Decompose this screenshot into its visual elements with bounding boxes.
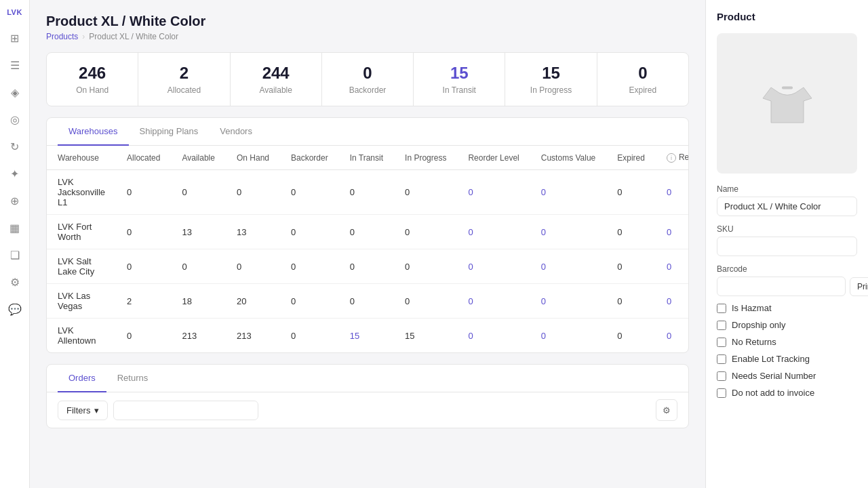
stat-on-hand: 246 On Hand	[47, 53, 138, 106]
warehouse-name: LVK Salt Lake City	[47, 249, 116, 284]
warehouse-reorder: 0	[457, 215, 530, 249]
table-row: LVK Las Vegas 2 18 20 0 0 0 0 0 0 0	[47, 284, 689, 319]
warehouse-backorder: 0	[280, 249, 339, 284]
warehouse-available: 213	[171, 319, 225, 353]
warehouse-expired: 0	[606, 249, 656, 284]
barcode-label: Barcode	[717, 264, 857, 274]
warehouse-reserve: 0	[656, 170, 689, 215]
checkbox-enable-lot-tracking[interactable]	[717, 354, 726, 364]
tab-returns[interactable]: Returns	[106, 365, 159, 392]
warehouse-on-hand: 20	[226, 284, 280, 319]
stat-allocated-value: 2	[149, 64, 218, 83]
grid-icon[interactable]: ⊞	[4, 27, 26, 49]
print-button[interactable]: Print	[850, 277, 868, 296]
tab-vendors[interactable]: Vendors	[209, 118, 263, 146]
chat-icon[interactable]: 💬	[4, 298, 26, 320]
table-row: LVK Allentown 0 213 213 0 15 15 0 0 0 0	[47, 319, 689, 353]
barcode-row: Print 🖨	[717, 277, 857, 296]
warehouse-name: LVK Las Vegas	[47, 284, 116, 319]
circle-icon[interactable]: ◎	[4, 108, 26, 130]
sku-label: SKU	[717, 224, 857, 234]
stat-in-progress: 15 In Progress	[505, 53, 597, 106]
list-icon[interactable]: ☰	[4, 54, 26, 76]
warehouse-customs: 0	[530, 170, 606, 215]
sku-input[interactable]	[717, 237, 857, 256]
main-content: Product XL / White Color Products › Prod…	[30, 0, 705, 488]
warehouse-expired: 0	[606, 215, 656, 249]
warehouse-expired: 0	[606, 170, 656, 215]
warehouse-backorder: 0	[280, 215, 339, 249]
stat-in-transit-value: 15	[425, 64, 494, 83]
table-icon[interactable]: ▦	[4, 217, 26, 239]
checkbox-label: No Returns	[732, 337, 776, 347]
stat-in-progress-label: In Progress	[516, 85, 585, 95]
checkbox-row: Is Hazmat	[717, 303, 857, 313]
page-title: Product XL / White Color	[46, 14, 689, 29]
svg-rect-0	[782, 86, 793, 89]
warehouse-on-hand: 0	[226, 170, 280, 215]
page-header: Product XL / White Color Products › Prod…	[46, 14, 689, 41]
search-wrapper: 🔍	[113, 401, 650, 420]
table-row: LVK Jacksonville L1 0 0 0 0 0 0 0 0 0 0	[47, 170, 689, 215]
stat-backorder-label: Backorder	[333, 85, 402, 95]
name-input[interactable]	[717, 197, 857, 216]
warehouse-customs: 0	[530, 284, 606, 319]
stat-allocated-label: Allocated	[149, 85, 218, 95]
warehouse-backorder: 0	[280, 170, 339, 215]
checkbox-is-hazmat[interactable]	[717, 304, 726, 313]
breadcrumb-products[interactable]: Products	[46, 32, 78, 41]
stat-backorder: 0 Backorder	[322, 53, 414, 106]
warehouse-in-progress: 0	[394, 170, 457, 215]
tag-icon[interactable]: ◈	[4, 81, 26, 103]
warehouse-available: 0	[171, 249, 225, 284]
star-icon[interactable]: ✦	[4, 163, 26, 184]
col-on-hand: On Hand	[226, 146, 280, 170]
tab-orders[interactable]: Orders	[58, 365, 106, 392]
warehouse-on-hand: 213	[226, 319, 280, 353]
stat-available-value: 244	[241, 64, 311, 83]
checkbox-label: Dropship only	[732, 320, 786, 330]
col-available: Available	[171, 146, 225, 170]
warehouse-in-progress: 0	[394, 284, 457, 319]
warehouses-tabs-header: Warehouses Shipping Plans Vendors	[47, 118, 688, 146]
col-warehouse: Warehouse	[47, 146, 116, 170]
checkbox-label: Is Hazmat	[732, 303, 772, 313]
warehouse-in-progress: 0	[394, 215, 457, 249]
orders-tabs-header: Orders Returns	[47, 365, 688, 392]
filters-row: Filters ▾ 🔍 ⚙	[47, 392, 688, 428]
orders-settings-button[interactable]: ⚙	[656, 399, 677, 421]
warehouse-name: LVK Allentown	[47, 319, 116, 353]
settings-icon[interactable]: ⚙	[4, 271, 26, 293]
tab-shipping-plans[interactable]: Shipping Plans	[129, 118, 210, 146]
name-label: Name	[717, 184, 857, 194]
warehouse-allocated: 0	[116, 319, 171, 353]
warehouse-backorder: 0	[280, 319, 339, 353]
tab-warehouses[interactable]: Warehouses	[58, 118, 129, 146]
warehouse-in-transit: 0	[339, 215, 394, 249]
warehouse-name: LVK Jacksonville L1	[47, 170, 116, 215]
col-reorder: Reorder Level	[457, 146, 530, 170]
checkbox-label: Enable Lot Tracking	[732, 354, 810, 364]
stat-in-transit-label: In Transit	[425, 85, 494, 95]
breadcrumb: Products › Product XL / White Color	[46, 32, 689, 41]
checkbox-dropship-only[interactable]	[717, 321, 726, 330]
checkbox-do-not-add-to-invoice[interactable]	[717, 388, 726, 398]
layers-icon[interactable]: ❑	[4, 244, 26, 266]
checkbox-needs-serial-number[interactable]	[717, 371, 726, 381]
col-allocated: Allocated	[116, 146, 171, 170]
filters-button[interactable]: Filters ▾	[58, 401, 108, 420]
panel-title: Product	[717, 11, 857, 22]
orders-search-input[interactable]	[113, 401, 258, 420]
stat-expired: 0 Expired	[597, 53, 688, 106]
checkbox-no-returns[interactable]	[717, 338, 726, 347]
globe-icon[interactable]: ⊕	[4, 190, 26, 211]
stat-in-progress-value: 15	[516, 64, 585, 83]
app-logo: LVK	[7, 8, 22, 16]
warehouse-reserve: 0	[656, 249, 689, 284]
barcode-input[interactable]	[717, 277, 846, 296]
breadcrumb-separator: ›	[82, 32, 85, 41]
stats-row: 246 On Hand 2 Allocated 244 Available 0 …	[46, 52, 689, 106]
refresh-icon[interactable]: ↻	[4, 136, 26, 157]
warehouse-backorder: 0	[280, 284, 339, 319]
warehouse-expired: 0	[606, 284, 656, 319]
